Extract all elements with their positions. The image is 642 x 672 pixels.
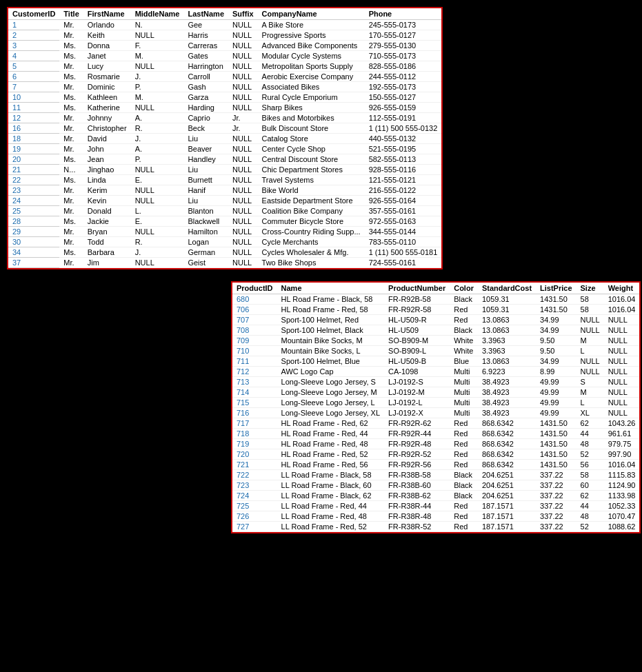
- product-row: 713Long-Sleeve Logo Jersey, SLJ-0192-SMu…: [232, 377, 639, 387]
- col-header-size: Size: [576, 283, 604, 294]
- product-row: 719HL Road Frame - Red, 48FR-R92R-48Red8…: [232, 439, 639, 449]
- product-cell-size: 62: [576, 418, 604, 429]
- customer-cell-last: Carreras: [183, 41, 228, 51]
- product-cell-cost: 868.6342: [478, 439, 536, 449]
- customer-cell-middle: N.: [131, 20, 184, 30]
- customer-cell-phone: 244-555-0112: [365, 72, 442, 82]
- product-cell-color: Red: [450, 305, 478, 315]
- product-cell-weight: NULL: [604, 387, 640, 398]
- customer-cell-suffix: NULL: [228, 20, 258, 30]
- customer-cell-last: Liu: [183, 165, 228, 175]
- customer-cell-last: Burnett: [183, 175, 228, 185]
- customer-row: 34Ms.BarbaraJ.GermanNULLCycles Wholesale…: [8, 247, 441, 258]
- product-cell-size: 60: [576, 480, 604, 491]
- customer-cell-id: 12: [8, 113, 59, 123]
- product-cell-name: LL Road Frame - Black, 62: [277, 491, 385, 501]
- customer-cell-id: 6: [8, 72, 59, 82]
- customer-cell-title: Mr.: [59, 30, 83, 41]
- customer-cell-last: Blackwell: [183, 216, 228, 227]
- customer-cell-last: Liu: [183, 196, 228, 206]
- product-cell-number: LJ-0192-M: [384, 387, 450, 398]
- customer-cell-company: Eastside Department Store: [258, 196, 365, 206]
- product-cell-size: 48: [576, 439, 604, 449]
- customer-cell-phone: 724-555-0161: [365, 258, 442, 268]
- product-cell-weight: NULL: [604, 346, 640, 356]
- product-cell-cost: 187.1571: [478, 522, 536, 532]
- product-cell-name: HL Road Frame - Red, 52: [277, 449, 385, 460]
- col-header-lastname: LastName: [183, 8, 228, 20]
- product-cell-number: HL-U509: [384, 325, 450, 336]
- product-cell-cost: 38.4923: [478, 408, 536, 418]
- product-cell-id: 714: [232, 387, 277, 398]
- customer-cell-first: David: [83, 134, 131, 144]
- customer-cell-middle: NULL: [131, 258, 184, 268]
- customer-row: 2Mr.KeithNULLHarrisNULLProgressive Sport…: [8, 30, 441, 41]
- product-cell-price: 337.22: [536, 491, 576, 501]
- customer-cell-phone: 1 (11) 500 555-0181: [365, 247, 442, 258]
- product-cell-id: 708: [232, 325, 277, 336]
- customer-cell-title: Mr.: [59, 196, 83, 206]
- product-cell-cost: 187.1571: [478, 501, 536, 511]
- col-header-productnumber: ProductNumber: [384, 283, 450, 294]
- col-header-weight: Weight: [604, 283, 640, 294]
- customer-cell-title: Ms.: [59, 216, 83, 227]
- customer-cell-phone: 783-555-0110: [365, 237, 442, 247]
- customer-row: 21N...JinghaoNULLLiuNULLChic Department …: [8, 165, 441, 175]
- product-cell-size: NULL: [576, 356, 604, 367]
- product-cell-size: M: [576, 336, 604, 346]
- product-cell-name: HL Road Frame - Red, 62: [277, 418, 385, 429]
- customer-cell-last: Handley: [183, 154, 228, 165]
- product-cell-color: Black: [450, 491, 478, 501]
- customer-cell-last: Gee: [183, 20, 228, 30]
- customer-cell-company: Modular Cycle Systems: [258, 51, 365, 61]
- customer-cell-phone: 582-555-0113: [365, 154, 442, 165]
- product-cell-price: 34.99: [536, 356, 576, 367]
- customer-cell-phone: 1 (11) 500 555-0132: [365, 123, 442, 134]
- product-cell-id: 727: [232, 522, 277, 532]
- product-cell-name: Mountain Bike Socks, M: [277, 336, 385, 346]
- customer-cell-company: Cross-Country Riding Supp...: [258, 227, 365, 237]
- customer-cell-suffix: NULL: [228, 258, 258, 268]
- col-header-customerid: CustomerID: [8, 8, 59, 20]
- customer-cell-first: Christopher: [83, 123, 131, 134]
- product-cell-size: 58: [576, 305, 604, 315]
- product-cell-cost: 38.4923: [478, 377, 536, 387]
- product-cell-cost: 204.6251: [478, 480, 536, 491]
- customer-cell-middle: NULL: [131, 103, 184, 113]
- product-row: 724LL Road Frame - Black, 62FR-R38B-62Bl…: [232, 491, 639, 501]
- product-cell-weight: 1052.33: [604, 501, 640, 511]
- product-cell-id: 723: [232, 480, 277, 491]
- customer-cell-title: Ms.: [59, 247, 83, 258]
- customer-cell-last: Harris: [183, 30, 228, 41]
- product-cell-cost: 868.6342: [478, 449, 536, 460]
- customer-cell-middle: J.: [131, 134, 184, 144]
- product-cell-color: White: [450, 346, 478, 356]
- col-header-firstname: FirstName: [83, 8, 131, 20]
- customer-cell-suffix: NULL: [228, 92, 258, 103]
- products-table: ProductID Name ProductNumber Color Stand…: [232, 283, 639, 532]
- product-cell-color: White: [450, 336, 478, 346]
- customer-cell-id: 24: [8, 196, 59, 206]
- product-row: 718HL Road Frame - Red, 44FR-R92R-44Red8…: [232, 429, 639, 439]
- customer-cell-title: Ms.: [59, 175, 83, 185]
- product-cell-name: HL Road Frame - Red, 44: [277, 429, 385, 439]
- product-cell-name: Sport-100 Helmet, Blue: [277, 356, 385, 367]
- customer-cell-title: Ms.: [59, 72, 83, 82]
- product-cell-number: FR-R92R-56: [384, 460, 450, 470]
- product-cell-price: 9.50: [536, 346, 576, 356]
- product-cell-price: 337.22: [536, 480, 576, 491]
- product-cell-id: 720: [232, 449, 277, 460]
- customer-cell-middle: NULL: [131, 227, 184, 237]
- product-cell-id: 716: [232, 408, 277, 418]
- product-cell-number: FR-R92R-52: [384, 449, 450, 460]
- col-header-listprice: ListPrice: [536, 283, 576, 294]
- customer-cell-suffix: NULL: [228, 41, 258, 51]
- customer-cell-last: Caprio: [183, 113, 228, 123]
- customer-cell-middle: P.: [131, 154, 184, 165]
- product-row: 712AWC Logo CapCA-1098Multi6.92238.99NUL…: [232, 367, 639, 377]
- product-cell-number: FR-R92B-58: [384, 294, 450, 305]
- customer-cell-id: 37: [8, 258, 59, 268]
- product-cell-cost: 1059.31: [478, 294, 536, 305]
- customer-cell-id: 11: [8, 103, 59, 113]
- product-cell-id: 726: [232, 511, 277, 522]
